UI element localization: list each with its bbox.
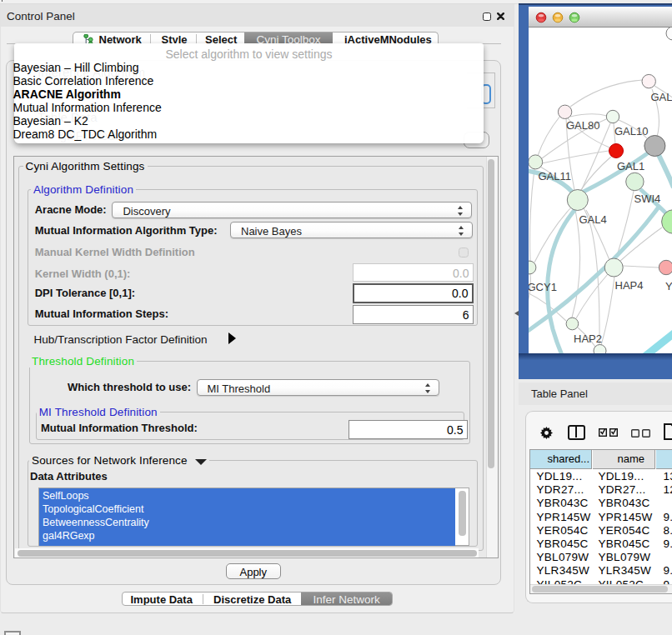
svg-text:GAL1: GAL1 (617, 160, 644, 172)
svg-text:HAP4: HAP4 (615, 279, 644, 292)
svg-text:GAL7: GAL7 (651, 91, 672, 103)
svg-text:GAL11: GAL11 (539, 170, 572, 182)
svg-text:GCY1: GCY1 (529, 281, 557, 293)
svg-text:HAP2: HAP2 (574, 332, 602, 345)
svg-text:Y: Y (665, 280, 672, 292)
svg-text:GAL80: GAL80 (566, 119, 599, 132)
svg-text:GAL10: GAL10 (614, 125, 648, 138)
svg-text:SWI4: SWI4 (634, 192, 661, 205)
svg-text:GAL4: GAL4 (579, 213, 607, 226)
